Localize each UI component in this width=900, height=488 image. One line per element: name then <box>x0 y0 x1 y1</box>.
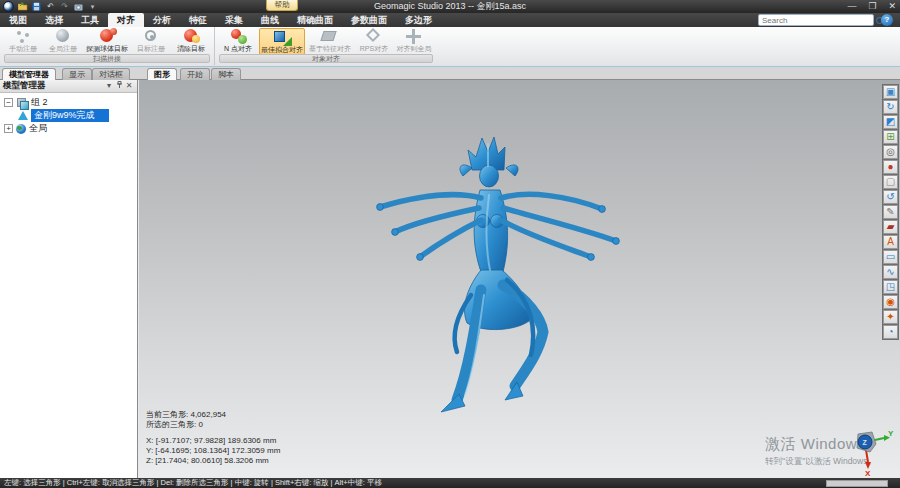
tab-parametric-surface[interactable]: 参数曲面 <box>342 13 396 27</box>
bounding-box-icon[interactable]: ▢ <box>883 175 898 189</box>
shading-icon[interactable]: ● <box>883 160 898 174</box>
n-point-alignment-button[interactable]: N 点对齐 <box>219 28 257 55</box>
model-manager-panel: 模型管理器 ▾ ✕ − 组 2 金刚9w9%完成 + 全局 <box>0 80 138 478</box>
rps-alignment-button: RPS对齐 <box>355 28 393 55</box>
stat-z-extent: Z: [21.7404; 80.0610] 58.3206 mm <box>146 456 280 466</box>
tab-features[interactable]: 特征 <box>180 13 216 27</box>
search-input[interactable] <box>759 15 875 25</box>
close-button[interactable]: ✕ <box>888 2 896 11</box>
panel-close-icon[interactable]: ✕ <box>124 81 134 91</box>
ribbon-group-object-alignment: N 点对齐 最佳拟合对齐 基于特征对齐 RPS对齐 对齐到全局 对象对齐 <box>214 27 437 65</box>
best-fit-alignment-button[interactable]: 最佳拟合对齐 <box>259 28 305 55</box>
axis-y-label: Y <box>888 429 894 438</box>
flag-tool-icon[interactable]: ✦ <box>883 310 898 324</box>
app-logo-icon[interactable] <box>3 1 14 12</box>
align-to-global-button: 对齐到全局 <box>395 28 433 55</box>
rect-select-icon[interactable]: ▭ <box>883 250 898 264</box>
fit-view-icon[interactable]: ▣ <box>883 85 898 99</box>
global-registration-button: 全局注册 <box>44 28 82 55</box>
measure-icon[interactable]: ✎ <box>883 205 898 219</box>
title-bar: ↶ ↷ ▾ 帮助 Geomagic Studio 2013 -- 金刚15a.a… <box>0 0 900 13</box>
panel-dropdown-icon[interactable]: ▾ <box>104 81 114 91</box>
panel-tab-dialog[interactable]: 对话框 <box>92 68 130 80</box>
paint-select-icon[interactable]: ▰ <box>883 220 898 234</box>
maximize-button[interactable]: ❐ <box>868 2 876 11</box>
n-point-alignment-icon <box>228 28 248 45</box>
target-select-icon[interactable]: ◉ <box>883 295 898 309</box>
pan-view-icon[interactable]: ◩ <box>883 115 898 129</box>
global-registration-icon <box>53 28 73 45</box>
window-title: Geomagic Studio 2013 -- 金刚15a.asc <box>0 0 900 13</box>
minimize-button[interactable]: — <box>847 2 856 11</box>
zoom-window-icon[interactable]: ◎ <box>883 145 898 159</box>
stat-y-extent: Y: [-64.1695; 108.1364] 172.3059 mm <box>146 446 280 456</box>
feature-based-alignment-icon <box>320 28 340 45</box>
manual-registration-button: 手动注册 <box>4 28 42 55</box>
tab-exact-surface[interactable]: 精确曲面 <box>288 13 342 27</box>
axis-gnomon: Y X Z <box>848 426 894 476</box>
tab-curves[interactable]: 曲线 <box>252 13 288 27</box>
expand-icon[interactable]: + <box>4 124 13 133</box>
tab-align[interactable]: 对齐 <box>108 13 144 27</box>
target-registration-button: 目标注册 <box>132 28 170 55</box>
view-toolbar: ▣ ↻ ◩ ⊞ ◎ ● ▢ ↺ ✎ ▰ A ▭ ∿ ◳ ◉ ✦ ◔ <box>882 84 899 340</box>
clear-targets-button[interactable]: 清除目标 <box>172 28 210 55</box>
tab-analysis[interactable]: 分析 <box>144 13 180 27</box>
tab-tools[interactable]: 工具 <box>72 13 108 27</box>
group-icon <box>16 97 28 108</box>
group-label-object-alignment: 对象对齐 <box>219 54 433 63</box>
undo-icon[interactable]: ↶ <box>45 2 56 12</box>
ribbon-tab-bar: 视图 选择 工具 对齐 分析 特征 采集 曲线 精确曲面 参数曲面 多边形 ? <box>0 13 900 27</box>
target-registration-icon <box>141 28 161 45</box>
panel-tab-model-manager[interactable]: 模型管理器 <box>2 68 56 80</box>
viewport-tab-graphics[interactable]: 图形 <box>147 68 177 80</box>
help-badge[interactable]: 帮助 <box>266 0 298 11</box>
spin-view-icon[interactable]: ↺ <box>883 190 898 204</box>
mesh-object-icon <box>18 111 28 120</box>
tree-item-group2[interactable]: − 组 2 <box>0 96 137 109</box>
model-tree: − 组 2 金刚9w9%完成 + 全局 <box>0 93 137 135</box>
detect-sphere-targets-button[interactable]: 探测球体目标 <box>84 28 130 55</box>
model-stats: 当前三角形: 4,062,954 所选的三角形: 0 X: [-91.7107;… <box>146 410 280 466</box>
qat-dropdown-icon[interactable]: ▾ <box>87 2 98 12</box>
collapse-icon[interactable]: − <box>4 98 13 107</box>
crop-icon[interactable]: ◳ <box>883 280 898 294</box>
geomagic-app-window: ↶ ↷ ▾ 帮助 Geomagic Studio 2013 -- 金刚15a.a… <box>0 0 900 488</box>
help-icon[interactable]: ? <box>881 14 893 26</box>
rotate-view-icon[interactable]: ↻ <box>883 100 898 114</box>
statusbar-right-panel <box>826 480 888 487</box>
tree-item-model[interactable]: 金刚9w9%完成 <box>0 109 137 122</box>
section-view-icon[interactable]: ◔ <box>883 325 898 339</box>
quick-access-toolbar: ↶ ↷ ▾ <box>0 0 98 13</box>
stat-x-extent: X: [-91.7107; 97.9828] 189.6306 mm <box>146 436 280 446</box>
viewport-tab-script[interactable]: 脚本 <box>211 68 241 80</box>
tab-view[interactable]: 视图 <box>0 13 36 27</box>
tree-item-global[interactable]: + 全局 <box>0 122 137 135</box>
save-icon[interactable] <box>31 2 42 12</box>
tab-strip: 模型管理器 显示 对话框 图形 开始 脚本 <box>0 67 900 80</box>
viewport-3d[interactable]: ▣ ↻ ◩ ⊞ ◎ ● ▢ ↺ ✎ ▰ A ▭ ∿ ◳ ◉ ✦ ◔ 当前三角形:… <box>139 80 900 478</box>
lasso-select-icon[interactable]: ∿ <box>883 265 898 279</box>
ribbon: 手动注册 全局注册 探测球体目标 目标注册 清除目标 扫描拼接 <box>0 27 900 67</box>
zoom-view-icon[interactable]: ⊞ <box>883 130 898 144</box>
best-fit-alignment-icon <box>272 29 292 46</box>
tab-capture[interactable]: 采集 <box>216 13 252 27</box>
panel-tab-display[interactable]: 显示 <box>62 68 92 80</box>
rps-alignment-icon <box>364 28 384 45</box>
tab-select[interactable]: 选择 <box>36 13 72 27</box>
annotate-icon[interactable]: A <box>883 235 898 249</box>
axis-z-label: Z <box>863 439 868 446</box>
tab-polygons[interactable]: 多边形 <box>396 13 441 27</box>
model-manager-header: 模型管理器 ▾ ✕ <box>0 80 137 93</box>
viewport-tab-start[interactable]: 开始 <box>180 68 210 80</box>
window-controls: — ❐ ✕ <box>847 0 896 13</box>
capture-icon[interactable] <box>73 2 84 12</box>
group-label-scan-registration: 扫描拼接 <box>4 54 210 63</box>
feature-based-alignment-button: 基于特征对齐 <box>307 28 353 55</box>
open-file-icon[interactable] <box>17 2 28 12</box>
redo-icon[interactable]: ↷ <box>59 2 70 12</box>
stat-selected-triangles: 所选的三角形: 0 <box>146 420 280 430</box>
detect-sphere-targets-icon <box>97 28 117 45</box>
panel-pin-icon[interactable] <box>114 81 124 92</box>
ribbon-group-scan-registration: 手动注册 全局注册 探测球体目标 目标注册 清除目标 扫描拼接 <box>0 27 214 65</box>
